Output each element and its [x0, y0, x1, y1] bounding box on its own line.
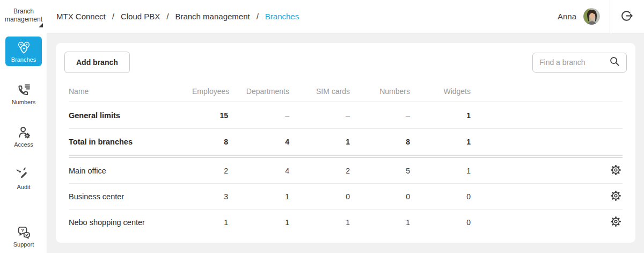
collapse-corner-icon[interactable]: [39, 23, 43, 27]
breadcrumb-separator: /: [112, 12, 114, 21]
column-header-name[interactable]: Name: [69, 87, 192, 96]
row-name: Main office: [69, 167, 192, 175]
table-row-nebo-shopping-center[interactable]: Nebo shopping center 1 1 1 1 0: [69, 209, 623, 235]
cell-sim-cards: 0: [289, 192, 350, 201]
column-header-sim-cards[interactable]: SIM cards: [289, 87, 350, 96]
gear-icon: [610, 164, 621, 177]
row-name: Nebo shopping center: [69, 218, 192, 227]
cell-widgets: 0: [410, 218, 471, 227]
cell-departments: 4: [228, 138, 289, 146]
logout-icon: [620, 9, 634, 24]
sidebar-title: Branch management: [0, 0, 47, 33]
card-toolbar: Add branch: [56, 43, 635, 81]
avatar[interactable]: [583, 8, 600, 25]
branch-search: [532, 53, 627, 73]
search-button[interactable]: [609, 55, 626, 69]
content-area: Add branch Name: [47, 33, 644, 253]
sidebar-item-support[interactable]: ? Support: [5, 221, 42, 251]
cell-departments: 4: [228, 167, 289, 175]
logout-button[interactable]: [610, 0, 644, 33]
cell-departments: –: [228, 111, 289, 120]
cell-employees: 8: [192, 138, 228, 146]
user-name: Anna: [558, 12, 576, 21]
breadcrumb-item[interactable]: Branch management: [175, 12, 250, 21]
gear-icon: [610, 216, 621, 229]
cell-numbers: 8: [350, 138, 410, 146]
cell-employees: 1: [192, 218, 228, 227]
cell-numbers: 0: [350, 192, 410, 201]
row-name: General limits: [69, 111, 192, 120]
cell-widgets: 0: [410, 192, 471, 201]
branches-table: Name Employees Departments SIM cards Num…: [69, 81, 623, 235]
breadcrumb-item[interactable]: MTX Connect: [56, 12, 106, 21]
breadcrumb: MTX Connect / Cloud PBX / Branch managem…: [56, 12, 299, 21]
breadcrumb-item-current: Branches: [265, 12, 299, 21]
support-chat-icon: ?: [17, 225, 31, 240]
sidebar-item-label: Audit: [17, 184, 30, 190]
table-row-general-limits: General limits 15 – – – 1: [69, 102, 623, 129]
table-row-total-in-branches: Total in branches 8 4 1 8 1: [69, 129, 623, 155]
user-gear-icon: [17, 125, 31, 140]
user-area: Anna: [558, 0, 644, 33]
main-area: MTX Connect / Cloud PBX / Branch managem…: [47, 0, 644, 253]
cell-sim-cards: 2: [289, 167, 350, 175]
search-icon: [609, 55, 621, 69]
gear-icon: [610, 190, 621, 203]
breadcrumb-separator: /: [257, 12, 259, 21]
sidebar-item-branches[interactable]: Branches: [5, 37, 42, 66]
cell-employees: 15: [192, 111, 228, 120]
branches-card: Add branch Name: [56, 43, 635, 243]
cell-numbers: 5: [350, 167, 410, 175]
column-header-numbers[interactable]: Numbers: [350, 87, 410, 96]
sidebar-item-label: Numbers: [12, 99, 36, 105]
sidebar-title-text: Branch management: [5, 8, 42, 23]
branch-settings-button[interactable]: [609, 189, 623, 204]
phone-list-icon: [17, 83, 31, 97]
breadcrumb-item[interactable]: Cloud PBX: [121, 12, 160, 21]
cell-sim-cards: –: [289, 111, 350, 120]
cell-widgets: 1: [410, 167, 471, 175]
cell-departments: 1: [228, 218, 289, 227]
row-name: Business center: [69, 192, 192, 201]
cell-sim-cards: 1: [289, 218, 350, 227]
search-input[interactable]: [533, 58, 609, 67]
row-name: Total in branches: [69, 138, 192, 146]
sidebar-item-label: Support: [13, 241, 34, 248]
table-row-business-center[interactable]: Business center 3 1 0 0 0: [69, 184, 623, 209]
cell-sim-cards: 1: [289, 138, 350, 146]
column-header-departments[interactable]: Departments: [228, 87, 289, 96]
sidebar-item-audit[interactable]: Audit: [5, 164, 42, 193]
cell-departments: 1: [228, 192, 289, 201]
sidebar-item-numbers[interactable]: Numbers: [5, 79, 42, 109]
branch-settings-button[interactable]: [609, 163, 623, 178]
column-header-widgets[interactable]: Widgets: [410, 87, 471, 96]
sidebar: Branch management Branches: [0, 0, 47, 253]
cell-numbers: 1: [350, 218, 410, 227]
sidebar-item-label: Access: [14, 141, 33, 148]
cell-widgets: 1: [410, 111, 471, 120]
branch-settings-button[interactable]: [609, 215, 623, 230]
column-header-employees[interactable]: Employees: [192, 87, 228, 96]
svg-text:?: ?: [21, 227, 24, 233]
add-branch-button[interactable]: Add branch: [64, 52, 130, 73]
branches-pins-icon: [17, 40, 31, 55]
sidebar-item-label: Branches: [11, 56, 36, 63]
table-row-main-office[interactable]: Main office 2 4 2 5 1: [69, 158, 623, 184]
table-header-row: Name Employees Departments SIM cards Num…: [69, 81, 623, 102]
cell-numbers: –: [350, 111, 410, 120]
top-bar: MTX Connect / Cloud PBX / Branch managem…: [47, 0, 644, 33]
breadcrumb-separator: /: [166, 12, 169, 21]
sidebar-item-access[interactable]: Access: [5, 121, 42, 151]
pencil-refresh-icon: [17, 168, 31, 182]
cell-employees: 3: [192, 192, 228, 201]
cell-widgets: 1: [410, 138, 471, 146]
cell-employees: 2: [192, 167, 228, 175]
